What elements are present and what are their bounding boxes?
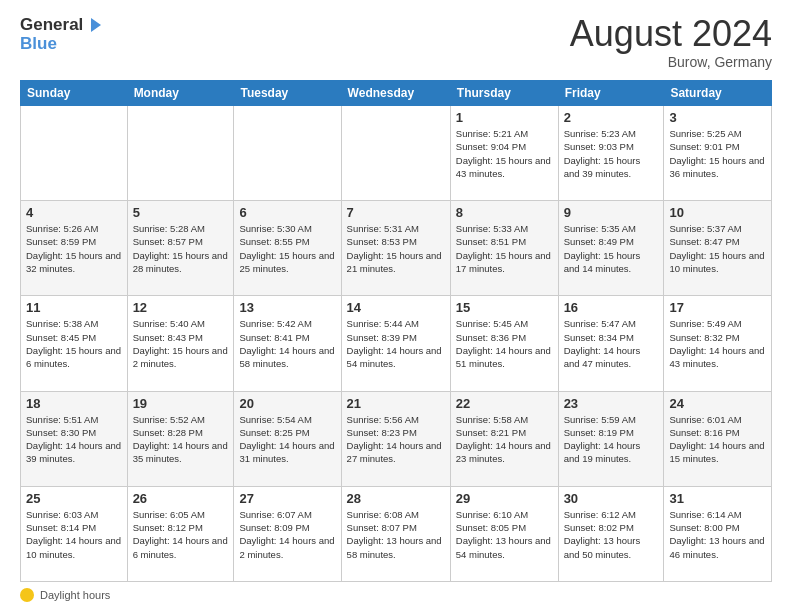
day-number: 1	[456, 110, 553, 125]
day-info: Sunrise: 6:03 AM Sunset: 8:14 PM Dayligh…	[26, 508, 122, 561]
logo: General Blue	[20, 16, 103, 53]
calendar-cell: 8Sunrise: 5:33 AM Sunset: 8:51 PM Daylig…	[450, 201, 558, 296]
day-number: 4	[26, 205, 122, 220]
calendar-week-4: 18Sunrise: 5:51 AM Sunset: 8:30 PM Dayli…	[21, 391, 772, 486]
day-info: Sunrise: 6:05 AM Sunset: 8:12 PM Dayligh…	[133, 508, 229, 561]
day-number: 22	[456, 396, 553, 411]
day-number: 20	[239, 396, 335, 411]
day-info: Sunrise: 5:56 AM Sunset: 8:23 PM Dayligh…	[347, 413, 445, 466]
calendar-cell: 18Sunrise: 5:51 AM Sunset: 8:30 PM Dayli…	[21, 391, 128, 486]
calendar-week-1: 1Sunrise: 5:21 AM Sunset: 9:04 PM Daylig…	[21, 106, 772, 201]
calendar-cell: 19Sunrise: 5:52 AM Sunset: 8:28 PM Dayli…	[127, 391, 234, 486]
calendar-cell: 22Sunrise: 5:58 AM Sunset: 8:21 PM Dayli…	[450, 391, 558, 486]
day-number: 16	[564, 300, 659, 315]
calendar-cell: 21Sunrise: 5:56 AM Sunset: 8:23 PM Dayli…	[341, 391, 450, 486]
day-number: 3	[669, 110, 766, 125]
footer: Daylight hours	[20, 588, 772, 602]
day-info: Sunrise: 5:47 AM Sunset: 8:34 PM Dayligh…	[564, 317, 659, 370]
day-info: Sunrise: 6:01 AM Sunset: 8:16 PM Dayligh…	[669, 413, 766, 466]
calendar-cell: 3Sunrise: 5:25 AM Sunset: 9:01 PM Daylig…	[664, 106, 772, 201]
calendar-cell	[234, 106, 341, 201]
day-number: 28	[347, 491, 445, 506]
calendar-week-5: 25Sunrise: 6:03 AM Sunset: 8:14 PM Dayli…	[21, 486, 772, 581]
page: General Blue August 2024 Burow, Germany …	[0, 0, 792, 612]
day-info: Sunrise: 5:52 AM Sunset: 8:28 PM Dayligh…	[133, 413, 229, 466]
calendar-cell: 23Sunrise: 5:59 AM Sunset: 8:19 PM Dayli…	[558, 391, 664, 486]
th-thursday: Thursday	[450, 81, 558, 106]
calendar-cell: 27Sunrise: 6:07 AM Sunset: 8:09 PM Dayli…	[234, 486, 341, 581]
calendar-cell: 9Sunrise: 5:35 AM Sunset: 8:49 PM Daylig…	[558, 201, 664, 296]
day-info: Sunrise: 5:38 AM Sunset: 8:45 PM Dayligh…	[26, 317, 122, 370]
calendar-week-3: 11Sunrise: 5:38 AM Sunset: 8:45 PM Dayli…	[21, 296, 772, 391]
day-info: Sunrise: 5:58 AM Sunset: 8:21 PM Dayligh…	[456, 413, 553, 466]
th-wednesday: Wednesday	[341, 81, 450, 106]
day-number: 7	[347, 205, 445, 220]
day-info: Sunrise: 5:49 AM Sunset: 8:32 PM Dayligh…	[669, 317, 766, 370]
day-info: Sunrise: 5:59 AM Sunset: 8:19 PM Dayligh…	[564, 413, 659, 466]
calendar-cell: 6Sunrise: 5:30 AM Sunset: 8:55 PM Daylig…	[234, 201, 341, 296]
day-number: 12	[133, 300, 229, 315]
day-number: 6	[239, 205, 335, 220]
title-block: August 2024 Burow, Germany	[570, 16, 772, 70]
calendar-cell: 26Sunrise: 6:05 AM Sunset: 8:12 PM Dayli…	[127, 486, 234, 581]
day-info: Sunrise: 5:30 AM Sunset: 8:55 PM Dayligh…	[239, 222, 335, 275]
day-info: Sunrise: 6:10 AM Sunset: 8:05 PM Dayligh…	[456, 508, 553, 561]
day-info: Sunrise: 5:44 AM Sunset: 8:39 PM Dayligh…	[347, 317, 445, 370]
day-info: Sunrise: 5:33 AM Sunset: 8:51 PM Dayligh…	[456, 222, 553, 275]
calendar-cell: 31Sunrise: 6:14 AM Sunset: 8:00 PM Dayli…	[664, 486, 772, 581]
calendar-cell: 17Sunrise: 5:49 AM Sunset: 8:32 PM Dayli…	[664, 296, 772, 391]
day-info: Sunrise: 5:37 AM Sunset: 8:47 PM Dayligh…	[669, 222, 766, 275]
day-number: 31	[669, 491, 766, 506]
logo-blue: Blue	[20, 35, 103, 54]
day-info: Sunrise: 5:26 AM Sunset: 8:59 PM Dayligh…	[26, 222, 122, 275]
day-number: 27	[239, 491, 335, 506]
day-info: Sunrise: 5:23 AM Sunset: 9:03 PM Dayligh…	[564, 127, 659, 180]
day-number: 26	[133, 491, 229, 506]
day-info: Sunrise: 5:31 AM Sunset: 8:53 PM Dayligh…	[347, 222, 445, 275]
calendar-cell: 7Sunrise: 5:31 AM Sunset: 8:53 PM Daylig…	[341, 201, 450, 296]
day-number: 17	[669, 300, 766, 315]
day-info: Sunrise: 6:08 AM Sunset: 8:07 PM Dayligh…	[347, 508, 445, 561]
day-number: 2	[564, 110, 659, 125]
calendar-table: Sunday Monday Tuesday Wednesday Thursday…	[20, 80, 772, 582]
calendar-cell: 16Sunrise: 5:47 AM Sunset: 8:34 PM Dayli…	[558, 296, 664, 391]
calendar-cell: 15Sunrise: 5:45 AM Sunset: 8:36 PM Dayli…	[450, 296, 558, 391]
th-sunday: Sunday	[21, 81, 128, 106]
calendar-cell: 24Sunrise: 6:01 AM Sunset: 8:16 PM Dayli…	[664, 391, 772, 486]
day-info: Sunrise: 6:12 AM Sunset: 8:02 PM Dayligh…	[564, 508, 659, 561]
day-info: Sunrise: 6:14 AM Sunset: 8:00 PM Dayligh…	[669, 508, 766, 561]
calendar-cell: 11Sunrise: 5:38 AM Sunset: 8:45 PM Dayli…	[21, 296, 128, 391]
day-info: Sunrise: 5:42 AM Sunset: 8:41 PM Dayligh…	[239, 317, 335, 370]
day-number: 14	[347, 300, 445, 315]
day-info: Sunrise: 5:54 AM Sunset: 8:25 PM Dayligh…	[239, 413, 335, 466]
calendar-cell: 12Sunrise: 5:40 AM Sunset: 8:43 PM Dayli…	[127, 296, 234, 391]
calendar-cell: 28Sunrise: 6:08 AM Sunset: 8:07 PM Dayli…	[341, 486, 450, 581]
day-info: Sunrise: 6:07 AM Sunset: 8:09 PM Dayligh…	[239, 508, 335, 561]
day-number: 13	[239, 300, 335, 315]
calendar-cell: 5Sunrise: 5:28 AM Sunset: 8:57 PM Daylig…	[127, 201, 234, 296]
day-number: 29	[456, 491, 553, 506]
th-friday: Friday	[558, 81, 664, 106]
day-info: Sunrise: 5:45 AM Sunset: 8:36 PM Dayligh…	[456, 317, 553, 370]
logo-arrow-icon	[85, 16, 103, 34]
calendar-cell: 25Sunrise: 6:03 AM Sunset: 8:14 PM Dayli…	[21, 486, 128, 581]
header-row: Sunday Monday Tuesday Wednesday Thursday…	[21, 81, 772, 106]
calendar-cell: 4Sunrise: 5:26 AM Sunset: 8:59 PM Daylig…	[21, 201, 128, 296]
month-year-title: August 2024	[570, 16, 772, 52]
logo-general: General	[20, 16, 83, 35]
calendar-cell: 20Sunrise: 5:54 AM Sunset: 8:25 PM Dayli…	[234, 391, 341, 486]
calendar-cell: 2Sunrise: 5:23 AM Sunset: 9:03 PM Daylig…	[558, 106, 664, 201]
calendar-week-2: 4Sunrise: 5:26 AM Sunset: 8:59 PM Daylig…	[21, 201, 772, 296]
day-number: 5	[133, 205, 229, 220]
svg-marker-0	[91, 18, 101, 32]
th-monday: Monday	[127, 81, 234, 106]
day-number: 11	[26, 300, 122, 315]
day-number: 24	[669, 396, 766, 411]
legend-sun-icon	[20, 588, 34, 602]
day-number: 9	[564, 205, 659, 220]
calendar-cell: 14Sunrise: 5:44 AM Sunset: 8:39 PM Dayli…	[341, 296, 450, 391]
day-number: 15	[456, 300, 553, 315]
th-tuesday: Tuesday	[234, 81, 341, 106]
location-subtitle: Burow, Germany	[570, 54, 772, 70]
day-number: 19	[133, 396, 229, 411]
